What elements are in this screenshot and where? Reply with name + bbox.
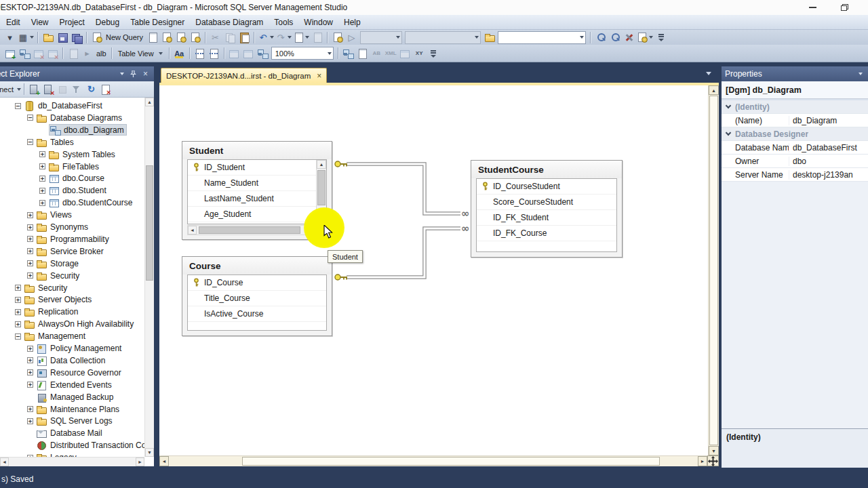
tree-item-sql-server-logs[interactable]: +SQL Server Logs [0,415,144,427]
navigate-backward-icon[interactable] [293,31,309,43]
arrange-selection-icon[interactable] [242,47,255,60]
tree-item-service-broker[interactable]: +Service Broker [0,245,144,258]
expander-icon[interactable]: + [27,357,33,363]
tree-item-resource-governor[interactable]: +Resource Governor [0,367,144,379]
property-category-database-designer[interactable]: Database Designer [722,127,868,141]
template-explorer-icon[interactable] [483,31,496,43]
open-recent-query-icon[interactable] [189,31,201,43]
analysis-query-icon[interactable] [174,31,187,43]
property-category--identity-[interactable]: (Identity) [722,100,868,114]
view-page-breaks-icon[interactable] [193,47,206,60]
manage-relationships-icon[interactable] [342,47,355,60]
scroll-up-icon[interactable]: ▲ [145,98,154,106]
tree-item-distributed-transaction-coord[interactable]: Distributed Transaction Coord [0,439,144,451]
pin-icon[interactable] [128,69,138,79]
expander-icon[interactable]: + [27,272,33,279]
expander-icon[interactable]: – [27,139,33,145]
add-related-tables-icon[interactable] [18,47,31,60]
expander-icon[interactable]: + [15,285,21,291]
new-query-label[interactable]: New Query [104,33,145,41]
tree-item-tables[interactable]: –Tables [0,136,144,148]
disconnect-server-icon[interactable] [42,83,55,96]
menu-item-help[interactable]: Help [338,16,366,29]
expander-icon[interactable]: + [27,212,33,218]
customize-dropdown-icon[interactable]: ▾ [3,31,16,43]
recalculate-page-breaks-icon[interactable] [208,47,220,60]
expander-icon[interactable]: + [39,151,45,157]
cut-icon[interactable]: ✂ [209,31,222,43]
paste-icon[interactable] [237,31,250,43]
refresh-icon[interactable]: ↻ [85,83,98,96]
expander-icon[interactable]: + [15,321,21,327]
generate-change-script-icon[interactable] [66,47,79,60]
property-row-database-name[interactable]: Database Namedb_DatabaseFirst [722,141,868,155]
expander-icon[interactable]: + [27,346,33,352]
tree-item-filetables[interactable]: +FileTables [0,161,144,173]
tree-vscroll-thumb[interactable] [146,165,153,281]
scroll-down-icon[interactable]: ▼ [145,448,154,457]
script-error-icon[interactable] [99,83,112,96]
menu-item-table-designer[interactable]: Table Designer [125,16,190,29]
expander-icon[interactable]: + [27,224,33,230]
available-databases-combo[interactable] [360,31,402,44]
find-symbol-icon[interactable] [608,31,621,43]
property-value[interactable]: db_Diagram [789,116,868,125]
tree-item-system-tables[interactable]: +System Tables [0,148,144,161]
expander-icon[interactable]: + [27,260,33,266]
manage-fulltext-index-icon[interactable]: AB [370,47,383,60]
manage-indexes-icon[interactable] [356,47,369,60]
new-query-icon[interactable] [90,31,103,43]
tree-item-db-databasefirst[interactable]: –db_DatabaseFirst [0,100,144,112]
tree-item-database-mail[interactable]: Database Mail [0,427,144,439]
tree-item-server-objects[interactable]: +Server Objects [0,293,144,306]
tree-item-dbo-course[interactable]: +dbo.Course [0,172,144,184]
expander-icon[interactable]: – [27,115,33,121]
tree-item-dbo-student[interactable]: +dbo.Student [0,184,144,197]
object-explorer-header[interactable]: Object Explorer × [0,66,154,81]
copy-icon[interactable] [223,31,236,43]
manage-check-constraints-icon[interactable] [399,47,412,60]
filter-icon[interactable] [71,83,83,96]
relationship-lines[interactable]: ∞ ∞ [159,85,719,458]
expander-icon[interactable]: + [39,163,45,169]
delete-tables-icon[interactable] [32,47,45,60]
property-value[interactable]: desktop-j2139an [789,170,868,180]
find-in-files-icon[interactable] [594,31,607,43]
tree-item-views[interactable]: +Views [0,209,144,221]
new-document-icon[interactable] [146,31,159,43]
property-value[interactable]: dbo [789,157,868,166]
menu-item-debug[interactable]: Debug [90,16,125,29]
expander-icon[interactable]: + [27,382,33,388]
property-row-owner[interactable]: Ownerdbo [722,155,868,168]
extensions-icon[interactable] [637,31,653,43]
manage-xml-indexes-icon[interactable]: XML [384,47,397,60]
manage-spatial-indexes-icon[interactable]: XY [413,47,426,60]
stop-icon[interactable] [56,83,69,96]
tree-item-policy-management[interactable]: +Policy Management [0,342,144,354]
menu-item-database-diagram[interactable]: Database Diagram [190,16,269,29]
database-engine-query-icon[interactable] [160,31,173,43]
expander-icon[interactable]: + [27,236,33,242]
close-icon[interactable]: × [140,69,151,79]
tree-item-extended-events[interactable]: +Extended Events [0,379,144,391]
menu-item-project[interactable]: Project [54,16,90,29]
edit-text-annotation-icon[interactable]: alb [94,49,108,58]
table-view-button[interactable]: Table View [115,47,166,60]
tree-item-database-diagrams[interactable]: –Database Diagrams [0,112,144,124]
diagram-canvas[interactable]: StudentID_StudentName_StudentLastName_St… [159,83,719,466]
expander-icon[interactable]: + [27,406,33,412]
tree-item-security[interactable]: +Security [0,270,144,282]
connect-button[interactable]: Connect [0,85,21,94]
debug-play-icon[interactable]: ▷ [345,31,358,43]
property-row--name-[interactable]: (Name)db_Diagram [722,114,868,127]
autosize-tables-icon[interactable] [228,47,241,60]
tree-item-data-collection[interactable]: +Data Collection [0,354,144,367]
save-icon[interactable] [56,31,68,43]
expander-icon[interactable]: + [15,309,21,315]
tree-item-synonyms[interactable]: +Synonyms [0,221,144,233]
toolbar-overflow-icon[interactable] [427,47,440,60]
expander-icon[interactable]: + [39,176,45,182]
redo-icon[interactable]: ↷ [275,31,292,43]
expander-icon[interactable]: + [27,248,33,254]
tree-item-security[interactable]: +Security [0,282,144,294]
